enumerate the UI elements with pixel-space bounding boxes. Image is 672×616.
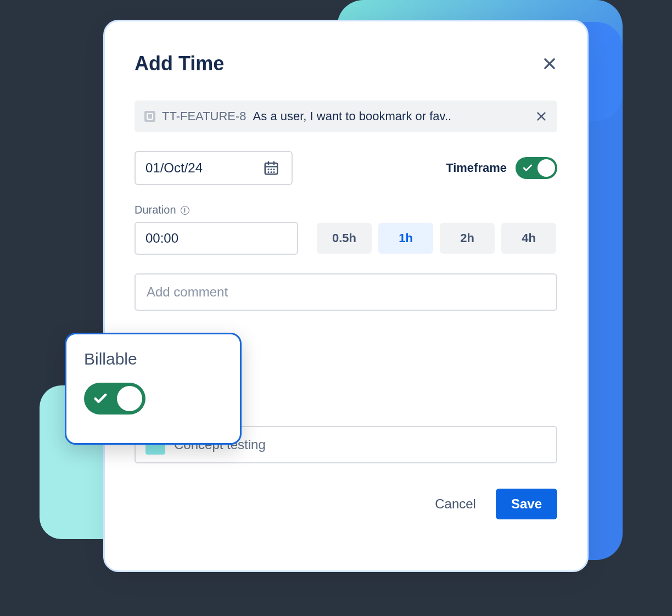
date-timeframe-row: 01/Oct/24 Timeframe <box>135 151 557 185</box>
modal-title: Add Time <box>135 52 224 75</box>
svg-point-11 <box>268 171 270 173</box>
preset-1h[interactable]: 1h <box>378 223 433 254</box>
modal-header: Add Time <box>135 52 557 75</box>
timeframe-label: Timeframe <box>446 161 507 175</box>
svg-point-10 <box>273 169 275 170</box>
check-icon <box>522 163 533 173</box>
close-icon[interactable] <box>542 56 557 71</box>
toggle-knob <box>537 159 555 177</box>
cancel-button[interactable]: Cancel <box>435 496 476 512</box>
billable-card: Billable <box>65 333 242 445</box>
comment-input[interactable]: Add comment <box>135 273 557 311</box>
modal-footer: Cancel Save <box>135 489 557 519</box>
svg-point-9 <box>271 169 272 170</box>
date-picker[interactable]: 01/Oct/24 <box>135 151 293 185</box>
clear-task-icon[interactable] <box>535 110 547 122</box>
issue-type-icon <box>144 111 155 122</box>
duration-presets: 0.5h 1h 2h 4h <box>317 223 556 254</box>
timeframe-group: Timeframe <box>446 157 557 179</box>
task-summary: As a user, I want to bookmark or fav.. <box>253 109 529 124</box>
preset-2h[interactable]: 2h <box>440 223 495 254</box>
billable-title: Billable <box>84 350 222 368</box>
billable-toggle[interactable] <box>84 383 145 415</box>
duration-row: 00:00 0.5h 1h 2h 4h <box>135 222 557 255</box>
save-button[interactable]: Save <box>496 489 557 519</box>
svg-point-8 <box>268 169 270 170</box>
task-key: TT-FEATURE-8 <box>162 109 247 124</box>
timeframe-toggle[interactable] <box>516 157 557 179</box>
info-icon[interactable]: i <box>181 206 189 215</box>
svg-point-13 <box>273 171 275 173</box>
calendar-icon <box>263 160 279 176</box>
duration-input[interactable]: 00:00 <box>135 222 298 255</box>
duration-label-row: Duration i <box>135 204 557 216</box>
task-selector[interactable]: TT-FEATURE-8 As a user, I want to bookma… <box>135 100 557 132</box>
check-icon <box>93 391 108 406</box>
preset-4h[interactable]: 4h <box>501 223 556 254</box>
duration-label: Duration <box>135 204 176 216</box>
svg-point-12 <box>271 171 272 173</box>
add-time-modal: Add Time TT-FEATURE-8 As a user, I want … <box>103 20 589 572</box>
toggle-knob <box>117 386 142 411</box>
preset-0-5h[interactable]: 0.5h <box>317 223 372 254</box>
date-value: 01/Oct/24 <box>145 160 203 176</box>
